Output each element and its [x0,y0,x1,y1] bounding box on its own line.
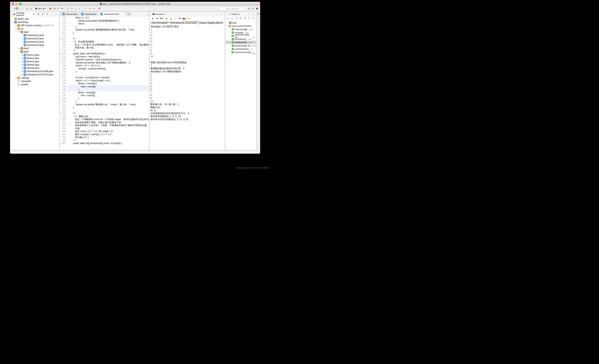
tree-node[interactable]: homework3.java [10,40,59,43]
outline-panel: 📋 Outline ✕ − □ ◎ a↓ ⓕ ⓢ ⓟ ⓛ ▾ day4▼CHom… [225,12,256,150]
new-package-button[interactable]: 📦 [48,7,52,11]
outline-node[interactable]: ●SfindMaxMin(): void [225,41,256,44]
forward-button[interactable]: →▾ [91,7,95,11]
outline-node[interactable]: ●SfindIntNum(): void [225,37,256,41]
console-clear-button[interactable]: 🗑 [165,17,168,20]
code-editor[interactable]: 122123124125126127128129⊖130131132133134… [60,16,149,150]
next-annotation-button[interactable]: ⇩ [74,7,78,11]
outline-tab[interactable]: 📋 Outline ✕ [227,12,242,16]
console-word-wrap-button[interactable]: ↩ [174,17,177,20]
open-task-button[interactable]: ✎▾ [60,7,64,11]
view-menu-button[interactable]: ▾ [45,12,49,16]
maximize-outline-button[interactable]: □ [251,12,255,16]
tree-node[interactable]: ▶Demo2.java [10,57,59,60]
console-open-button[interactable]: 📂▾ [187,17,191,20]
outline-node[interactable]: ●SmoveZeroes(int[]): void [225,51,256,54]
save-all-button[interactable]: 📑 [19,7,23,11]
console-display-button[interactable]: 📺▾ [182,17,186,20]
toggle-mark-button[interactable]: ✎ [70,7,74,11]
outline-node[interactable]: ▼CHomework10101007 [225,24,256,28]
tree-node[interactable]: homework2.java [10,37,59,40]
eclipse-icon [100,3,102,5]
maximize-console-button[interactable]: □ [220,12,223,16]
editor-tab[interactable]: Homework1010...✕ [98,12,125,16]
outline-sort-button[interactable]: a↓ [230,16,234,20]
open-type-button[interactable]: 🔗 [56,7,60,11]
tree-node[interactable]: ▶Demo5.java [10,66,59,70]
tree-node[interactable]: ▶day3 [10,47,59,50]
console-scroll-lock-button[interactable]: 🔒 [169,17,173,20]
outline-node[interactable]: ●SmidSearch(int[], int): int [225,34,256,37]
tree-node[interactable]: Homework4.java [10,43,59,47]
editor-tab[interactable]: Demo2.java [60,12,79,16]
outline-hide-fields-button[interactable]: ⓕ [235,16,238,20]
collapse-all-button[interactable]: ⊟ [36,12,40,16]
titlebar: java - JavaStudy/src/day4/Homework101010… [10,2,260,6]
outline-hide-local-button[interactable]: ⓛ [247,16,251,20]
run-button[interactable]: ▶▾ [39,7,43,11]
save-button[interactable]: 💾 [15,7,19,11]
tree-node[interactable]: ▶Homework10101007.java [10,73,59,76]
cheat-sheet-icon[interactable]: 📄 [257,16,260,19]
outline-list[interactable]: day4▼CHomework10101007●Smain(String[]): … [225,20,256,150]
tree-node[interactable]: homework1.java [10,34,59,37]
coverage-button[interactable]: ◐▾ [43,7,46,11]
minimize-outline-button[interactable]: − [247,12,251,16]
tree-node[interactable]: ▼day2 [10,30,59,34]
editor-panel: Demo2.javaDemo3.javaHomework1010...✕"₂₀−… [60,12,149,150]
debug-perspective-button[interactable]: 🐞 [255,7,259,11]
back-button[interactable]: ←▾ [88,7,91,11]
link-editor-button[interactable]: 🔗 [41,12,45,16]
task-list-icon[interactable]: @ [257,13,260,15]
console-terminate-button[interactable]: ■ [150,17,154,20]
tree-node[interactable]: ▼src [10,27,59,30]
minimize-console-button[interactable]: − [215,12,219,16]
search-button[interactable]: 🔍 [66,7,70,11]
right-trim: @ 📄 [257,11,260,150]
console-status: <terminated> Homework10101007 [Java Appl… [150,21,224,25]
java-perspective-button[interactable]: ☕ [251,7,255,11]
tree-node[interactable]: day01_test [10,17,59,20]
debug-button[interactable]: 🐞▾ [35,7,39,11]
tree-node[interactable]: ▶Demo3.java [10,60,59,63]
outline-node[interactable]: ●Smain(String[]): void [225,28,256,31]
tree-node[interactable]: ▼JavaStudy [10,20,59,24]
outline-focus-button[interactable]: ◎ [226,16,230,20]
console-output[interactable]: 请连续输入10个数用于查找:12345678910 请输入要在数组nums中查找… [150,25,224,150]
tree-node[interactable]: ▶JRE System Library [JavaSE-11] [10,24,59,27]
editor-tab[interactable]: Demo3.java [79,12,98,16]
editor-tabs: Demo2.javaDemo3.javaHomework1010...✕"₂₀−… [60,12,149,16]
prev-annotation-button[interactable]: ⇧ [78,7,81,11]
outline-node[interactable]: ●StwoSum(int[], int): int[] [225,44,256,47]
tree-node[interactable]: ▶.settings [10,76,59,79]
tree-node[interactable]: .project [10,83,59,86]
tree-node[interactable]: ▼day4 [10,50,59,53]
quick-access-input[interactable]: Quick Access [220,7,245,10]
console-remove-all-button[interactable]: ✖✖ [159,17,163,20]
open-perspective-button[interactable]: ⊞ [247,7,250,11]
maximize-panel-button[interactable]: □ [54,12,58,16]
main-toolbar: 📄▾ 💾 📑 ⇄ ⊘ 🐞▾ ▶▾ ◐▾ 📦 Ⓒ▾ 🔗 ✎▾ 🔍 ✎ ⇩ ⇧ ↶ … [10,6,260,11]
outline-hide-static-button[interactable]: ⓢ [239,16,243,20]
console-remove-button[interactable]: ✖ [155,17,159,20]
console-tab[interactable]: 📟 Console ✕ [151,12,167,16]
minimize-panel-button[interactable]: − [50,12,54,16]
tree-node[interactable]: ▶Demo4.java [10,63,59,66]
new-button[interactable]: 📄▾ [11,7,15,11]
outline-hide-nonpublic-button[interactable]: ⓟ [243,16,247,20]
new-class-button[interactable]: Ⓒ▾ [52,7,56,11]
tree-node[interactable]: .classpath [10,79,59,83]
status-bar [10,150,260,154]
outline-node[interactable]: day4 [225,21,256,24]
pin-button[interactable]: 📌 [97,7,101,11]
tree-node[interactable]: ▶Demo1.java [10,53,59,57]
package-tree[interactable]: day01_test▼JavaStudy▶JRE System Library … [10,16,59,150]
console-pin-button[interactable]: 📌 [178,17,182,20]
editor-tab[interactable]: "₂₀ [126,12,132,16]
skip-breakpoints-button[interactable]: ⊘ [29,7,33,11]
toggle-breadcrumb-button[interactable]: ⇄ [25,7,29,11]
last-edit-button[interactable]: ↶ [84,7,88,11]
outline-menu-button[interactable]: ▾ [252,16,255,20]
tree-node[interactable]: ▶Homework10101006.java [10,70,59,73]
package-explorer-tab[interactable]: 📦 Package Explorer ✕ [12,11,36,17]
